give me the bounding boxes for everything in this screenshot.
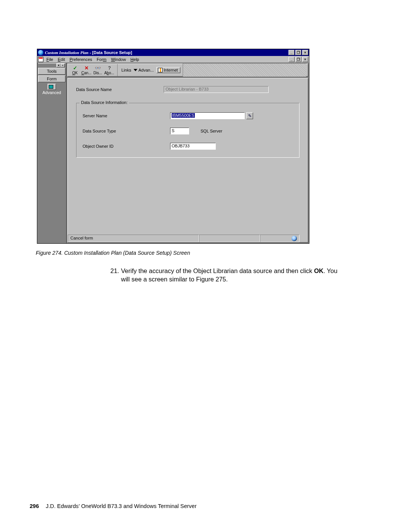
- links-dropdown-label: Advan...: [139, 68, 154, 72]
- step-text: 21.Verify the accuracy of the Object Lib…: [110, 267, 346, 284]
- statusbar: Cancel form: [68, 235, 299, 242]
- group-legend: Data Source Information:: [80, 100, 129, 105]
- sidebar: ▾ × Tools Form Advanced: [37, 63, 67, 243]
- page-footer: 296 J.D. Edwards’ OneWorld B73.3 and Win…: [30, 503, 196, 509]
- mdi-restore-button[interactable]: ❐: [295, 57, 301, 62]
- ok-button[interactable]: ✓ OK: [69, 66, 81, 75]
- page-number: 296: [30, 503, 39, 509]
- datasource-name-field: Object Librarian - B733: [164, 86, 269, 93]
- window-controls: _ ❐ ×: [288, 50, 308, 55]
- main-column: ✓ OK ✕ Can... 👓 Dis... ？: [67, 63, 309, 243]
- mdi-close-button[interactable]: ×: [302, 57, 308, 62]
- titlebar: Custom Installation Plan - [Data Source …: [37, 49, 309, 56]
- status-cell-2: [199, 235, 260, 242]
- figure-caption: Figure 274. Custom Installation Plan (Da…: [36, 250, 377, 256]
- sidebar-close-icon[interactable]: ×: [61, 64, 65, 67]
- app-window: Custom Installation Plan - [Data Source …: [37, 49, 309, 244]
- server-name-value: IBM5500ES: [172, 113, 195, 118]
- pencil-icon: ✎: [248, 113, 252, 118]
- mdi-doc-icon[interactable]: [38, 57, 43, 62]
- sidebar-header: ▾ ×: [38, 63, 65, 68]
- links-dropdown[interactable]: Advan...: [134, 68, 156, 72]
- toolbar: ✓ OK ✕ Can... 👓 Dis... ？: [67, 64, 308, 77]
- footer-text: J.D. Edwards’ OneWorld B73.3 and Windows…: [46, 503, 196, 509]
- status-cell-3: [260, 235, 299, 242]
- app-icon: [38, 50, 43, 55]
- window-title: Custom Installation Plan - [Data Source …: [45, 50, 288, 55]
- datasource-info-group: Data Source Information: Server Name IBM…: [76, 103, 299, 158]
- maximize-button[interactable]: ❐: [295, 50, 301, 55]
- step-number: 21.: [110, 267, 121, 275]
- workspace: ▾ × Tools Form Advanced ✓ OK: [37, 63, 309, 243]
- menu-edit[interactable]: Edit: [56, 57, 67, 62]
- step-line1b: . You: [323, 267, 338, 274]
- datasource-name-label: Data Source Name: [76, 87, 164, 92]
- sidebar-advanced-label: Advanced: [38, 90, 65, 95]
- sidebar-popbtn[interactable]: ▾: [56, 64, 61, 67]
- chevron-down-icon: [134, 69, 137, 71]
- object-owner-label: Object Owner ID: [83, 144, 170, 149]
- server-name-input[interactable]: IBM5500ES: [170, 112, 245, 119]
- step-line2: will see a screen similar to Figure 275.: [110, 275, 346, 283]
- internet-button[interactable]: Internet: [156, 67, 180, 73]
- internet-label: Internet: [164, 68, 178, 72]
- x-icon: ✕: [81, 66, 92, 71]
- links-label: Links: [120, 68, 133, 72]
- minimize-button[interactable]: _: [288, 50, 295, 55]
- server-name-label: Server Name: [83, 113, 170, 118]
- cursor-help-icon: ？: [104, 66, 115, 71]
- form-area: Data Source Name Object Librarian - B733…: [67, 78, 308, 243]
- object-owner-input[interactable]: OBJB733: [170, 143, 216, 150]
- menu-help[interactable]: Help: [128, 57, 142, 62]
- menu-file[interactable]: File: [44, 57, 56, 62]
- row-datasource-name: Data Source Name Object Librarian - B733: [76, 86, 299, 93]
- server-lookup-button[interactable]: ✎: [246, 112, 253, 119]
- sidebar-advanced[interactable]: Advanced: [38, 84, 65, 95]
- internet-icon: [158, 68, 162, 72]
- sidebar-form-button[interactable]: Form: [38, 75, 65, 82]
- row-datasource-type: Data Source Type S SQL Server: [83, 128, 293, 134]
- datasource-type-label: Data Source Type: [83, 129, 170, 133]
- display-button[interactable]: 👓 Dis...: [92, 66, 104, 75]
- advanced-icon: [48, 84, 56, 90]
- datasource-type-text: SQL Server: [201, 129, 222, 133]
- mdi-minimize-button[interactable]: _: [288, 57, 295, 62]
- toolbar-group-actions: ✓ OK ✕ Can... 👓 Dis... ？: [69, 64, 118, 76]
- toolbar-filler: [183, 64, 306, 77]
- menu-preferences[interactable]: Preferences: [67, 57, 94, 62]
- close-button[interactable]: ×: [302, 50, 308, 55]
- menubar: File Edit Preferences Form Window Help _…: [37, 56, 309, 63]
- glasses-icon: 👓: [92, 66, 104, 71]
- status-text: Cancel form: [68, 235, 199, 242]
- menu-window[interactable]: Window: [109, 57, 128, 62]
- row-object-owner: Object Owner ID OBJB733: [83, 143, 293, 150]
- cancel-button[interactable]: ✕ Can...: [81, 66, 92, 75]
- menu-form[interactable]: Form: [94, 57, 109, 62]
- step-line1a: Verify the accuracy of the Object Librar…: [121, 267, 314, 274]
- sidebar-tools-button[interactable]: Tools: [38, 68, 65, 75]
- mdi-window-controls: _ ❐ ×: [288, 57, 308, 62]
- step-bold-ok: OK: [314, 267, 323, 274]
- datasource-type-code-input[interactable]: S: [170, 128, 189, 134]
- globe-icon: [292, 236, 297, 241]
- row-server-name: Server Name IBM5500ES ✎: [83, 112, 293, 119]
- check-icon: ✓: [69, 66, 81, 71]
- about-button[interactable]: ？ Abo...: [104, 66, 115, 75]
